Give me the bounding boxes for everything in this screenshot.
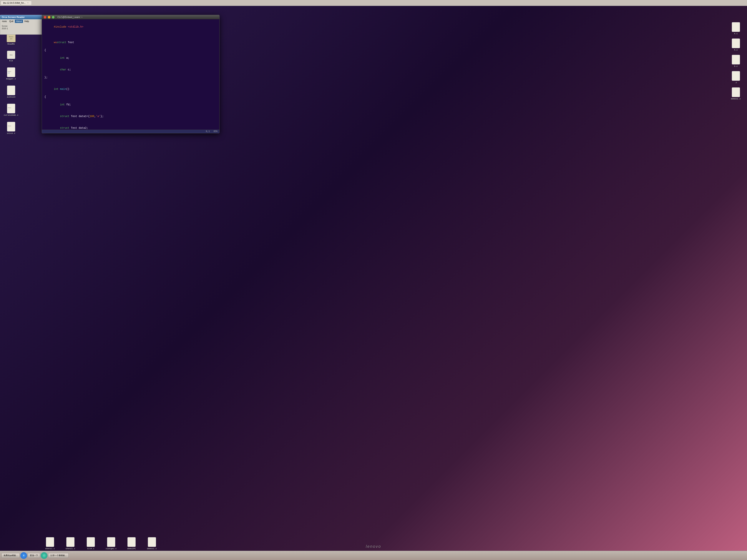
browser-tab-bar: btu-12.04.5-64bit_for... × [0, 0, 747, 6]
right-icon-label-1: 4.c [734, 49, 738, 51]
desktop-icon-cursesdome[interactable]: #incl ... cursesdome.c [4, 104, 19, 116]
code-line-int-a: int a; [45, 52, 217, 64]
terminal-title: CLC@Embed_Learn: ~ [57, 16, 83, 19]
code-line-brace2: { [45, 95, 217, 99]
orca-menu-quit[interactable]: Quit [8, 20, 15, 23]
taskbar-item-2[interactable]: 11学一个整模板... [48, 553, 68, 558]
code-line-int-fd: int fd; [45, 99, 217, 111]
browser-tab[interactable]: btu-12.04.5-64bit_for... × [1, 1, 32, 5]
bottom-icons-row: shenzi.c shenZi.c tcs4.c xiangmu.c demoI… [43, 537, 159, 550]
taskbar-item-0[interactable]: 免费的pp模板... [1, 553, 20, 558]
taskbar-item-1[interactable]: 置顶一下 [28, 553, 40, 558]
code-line-char-c: char c; [45, 64, 217, 76]
right-icon-2[interactable]: 3.c [728, 55, 743, 68]
terminal-window: CLC@Embed_Learn: ~ #include <stdlib.h> w… [42, 15, 220, 133]
link123-icon-label: link123 [7, 96, 16, 98]
cursesdome-icon-label: cursesdome.c [4, 114, 18, 116]
maggat-icon-label: maggat.c [6, 78, 16, 80]
right-icon-3[interactable]: .c [728, 71, 743, 84]
taskbar-icon-teal[interactable]: □ [41, 552, 47, 559]
taskbar-icon-blue[interactable]: ⬇ [20, 552, 27, 559]
terminal-close-button[interactable] [44, 16, 46, 19]
right-icons-panel: 4.c 4.c 3.c .c demoo1.c [728, 22, 743, 100]
tab-close-button[interactable]: × [27, 2, 29, 4]
orca-menu-help[interactable]: Help [23, 20, 30, 23]
terminal-minimize-button[interactable] [48, 16, 50, 19]
lenovo-branding: lenovo [366, 544, 381, 549]
right-icon-1[interactable]: 4.c [728, 38, 743, 51]
bottom-icon-shenZi[interactable]: shenZi.c [63, 537, 78, 550]
desktop-icon-readme[interactable]: #incl int ReadMe [4, 33, 19, 45]
bottom-icon-demoIPC[interactable]: demoIPC [124, 537, 139, 550]
bottom-icon-label-shenZi: shenZi.c [66, 548, 75, 550]
bla-icon-label: bla [9, 60, 13, 62]
code-line-blank1 [45, 33, 217, 37]
orca-titlebar: Orca Screen Reader [0, 15, 43, 19]
right-icon-0[interactable]: 4.c [728, 22, 743, 35]
desktop-icons-panel: #incl int ReadMe bla bla #incl int magga… [4, 33, 19, 134]
terminal-status-bar: 9,1 85% [42, 130, 220, 133]
browser-tab-label: btu-12.04.5-64bit_for... [3, 2, 26, 4]
right-icon-label-2: 3.c [734, 65, 738, 68]
orca-content: Scree 2020-1 [0, 23, 43, 34]
code-line-struct-decl: wustruct Test [45, 37, 217, 48]
code-line-brace1: { [45, 48, 217, 52]
bottom-icon-tcs4[interactable]: tcs4.c [83, 537, 98, 550]
orca-menu-about[interactable]: About [15, 20, 23, 23]
orca-menu-nces[interactable]: nces [1, 20, 8, 23]
cursor-position: 9,1 [206, 130, 210, 133]
orca-date: 2020-1 [2, 27, 41, 30]
readme-icon-label: ReadMe [7, 43, 15, 45]
orca-panel: Orca Screen Reader nces Quit About Help … [0, 15, 43, 35]
orca-menubar: nces Quit About Help [0, 19, 43, 23]
bottom-icon-label-demoo1: demoo1.c [147, 548, 157, 550]
orca-title: Orca Screen Reader [2, 16, 25, 19]
snice-icon-label: snice.c [7, 132, 16, 134]
bottom-icon-shenzi[interactable]: shenzi.c [43, 537, 57, 550]
terminal-titlebar: CLC@Embed_Learn: ~ [42, 15, 220, 19]
taskbar: 免费的pp模板... ⬇ 置顶一下 □ 11学一个整模板... [0, 551, 747, 560]
bottom-icon-label-xiangmu: xiangmu.c [106, 548, 117, 550]
code-line-main: int main() [45, 83, 217, 95]
bottom-icon-label-shenzi: shenzi.c [45, 548, 55, 550]
desktop-icon-maggat[interactable]: #incl int maggat.c [4, 68, 19, 80]
right-icon-label-3: .c [735, 81, 737, 84]
bottom-icon-xiangmu[interactable]: xiangmu.c [104, 537, 119, 550]
desktop-icon-link123[interactable]: link123 [4, 85, 19, 98]
bottom-icon-demoo1[interactable]: demoo1.c [145, 537, 159, 550]
scroll-percent: 85% [213, 130, 217, 133]
right-icon-demoo1[interactable]: demoo1.c [728, 87, 743, 100]
code-line-data1: struct Test data1={100,'a'}; [45, 111, 217, 122]
bottom-icon-label-demoIPC: demoIPC [127, 548, 136, 550]
code-line-close-struct: }; [45, 76, 217, 79]
code-line-1: #include <stdlib.h> [45, 21, 217, 33]
desktop-icon-bla[interactable]: bla bla [4, 51, 19, 62]
bottom-icon-label-tcs4: tcs4.c [87, 548, 95, 550]
desktop-icon-snice[interactable]: #incl ... snice.c [4, 122, 19, 134]
terminal-maximize-button[interactable] [52, 16, 54, 19]
right-icon-label-demoo1: demoo1.c [731, 98, 741, 100]
code-line-data2: struct Test data2; [45, 122, 217, 130]
right-icon-label-0: 4.c [734, 33, 738, 35]
terminal-body[interactable]: #include <stdlib.h> wustruct Test { int … [42, 19, 220, 130]
code-line-blank2 [45, 79, 217, 83]
